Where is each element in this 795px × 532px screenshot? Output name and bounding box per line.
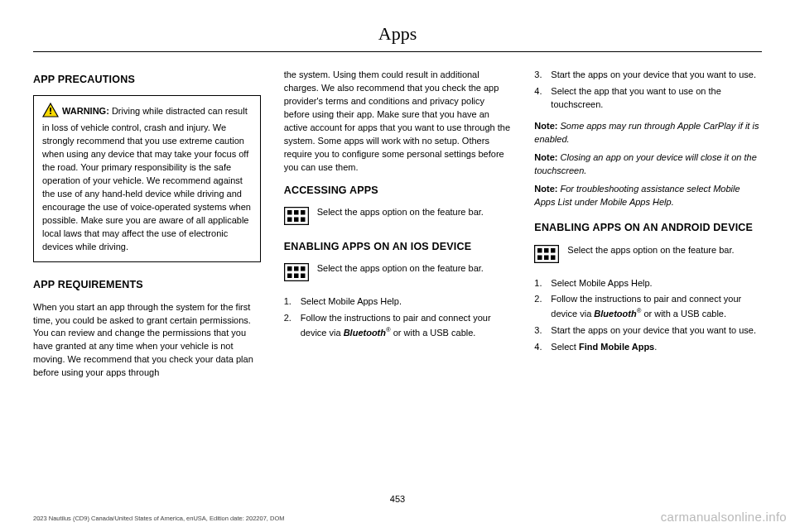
svg-rect-14 [287,273,292,278]
svg-rect-6 [301,210,306,215]
warning-triangle-icon [42,103,59,122]
svg-rect-19 [544,248,549,253]
svg-rect-15 [294,273,299,278]
svg-rect-10 [284,263,308,280]
heading-app-requirements: APP REQUIREMENTS [33,277,261,292]
svg-rect-16 [301,273,306,278]
list-item: 3. Start the apps on your device that yo… [534,69,762,82]
heading-app-precautions: APP PRECAUTIONS [33,72,261,87]
svg-rect-12 [294,266,299,271]
heading-enabling-ios: ENABLING APPS ON AN IOS DEVICE [284,239,512,254]
page-number: 453 [0,494,795,504]
footer-edition: 2023 Nautilus (CD9) Canada/United States… [33,515,285,522]
warning-box: WARNING: Driving while distracted can re… [33,95,261,262]
list-item: 1. Select Mobile Apps Help. [534,277,762,290]
requirements-paragraph: When you start an app through the system… [33,301,261,381]
warning-text: WARNING: Driving while distracted can re… [42,106,251,251]
column-2: the system. Using them could result in a… [284,69,512,388]
list-item: 1. Select Mobile Apps Help. [284,295,512,309]
svg-rect-21 [537,255,542,260]
apps-grid-icon [284,263,309,285]
svg-rect-20 [551,248,556,253]
heading-accessing-apps: ACCESSING APPS [284,183,512,198]
ios-icon-text: Select the apps option on the feature ba… [317,262,512,276]
svg-rect-22 [544,255,549,260]
list-item: 2. Follow the instructions to pair and c… [534,293,762,321]
svg-rect-9 [301,217,306,222]
ios-steps: 1. Select Mobile Apps Help. 2. Follow th… [284,295,512,339]
note-1: Note: Some apps may run through Apple Ca… [534,120,762,146]
svg-rect-17 [535,245,559,262]
list-item: 2. Follow the instructions to pair and c… [284,312,512,340]
list-item: 4. Select the app that you want to use o… [534,85,762,112]
svg-rect-8 [294,217,299,222]
list-item: 3. Start the apps on your device that yo… [534,324,762,338]
note-3: Note: For troubleshooting assistance sel… [534,183,762,209]
accessing-apps-text: Select the apps option on the feature ba… [317,206,512,219]
note-2: Note: Closing an app on your device will… [534,151,762,178]
content-columns: APP PRECAUTIONS WARNING: Driving while d… [33,69,762,388]
ios-steps-continued: 3. Start the apps on your device that yo… [534,69,762,112]
requirements-continuation: the system. Using them could result in a… [284,69,512,175]
apps-grid-icon [284,207,309,229]
svg-rect-1 [50,108,51,112]
svg-rect-11 [287,266,292,271]
column-1: APP PRECAUTIONS WARNING: Driving while d… [33,69,261,388]
apps-grid-icon [534,245,559,267]
svg-rect-13 [301,266,306,271]
footer-watermark: carmanualsonline.info [661,510,787,524]
svg-rect-5 [294,210,299,215]
svg-rect-18 [537,248,542,253]
page-header: Apps [33,23,762,52]
svg-rect-23 [551,255,556,260]
svg-rect-2 [50,113,51,114]
android-icon-text: Select the apps option on the feature ba… [567,244,762,257]
svg-rect-7 [287,217,292,222]
android-steps: 1. Select Mobile Apps Help. 2. Follow th… [534,277,762,354]
column-3: 3. Start the apps on your device that yo… [534,69,762,388]
list-item: 4. Select Find Mobile Apps. [534,341,762,354]
svg-rect-3 [284,207,308,224]
svg-rect-4 [287,210,292,215]
heading-enabling-android: ENABLING APPS ON AN ANDROID DEVICE [534,220,762,235]
